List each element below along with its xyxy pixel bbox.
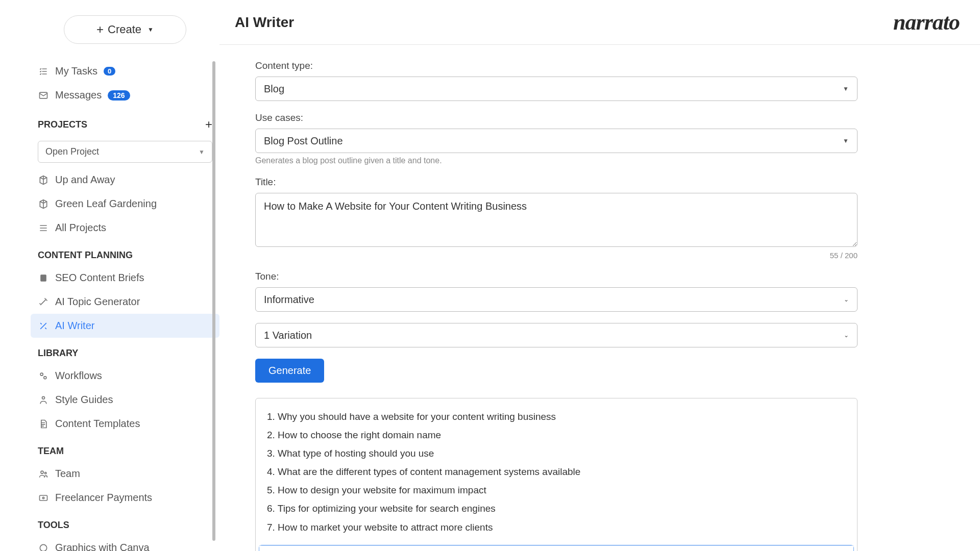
- main: AI Writer narrato Content type: Blog ▼ U…: [219, 0, 980, 551]
- badge: 0: [104, 67, 115, 76]
- sidebar-item-freelancer-payments[interactable]: Freelancer Payments: [31, 486, 219, 510]
- sidebar-item-label: Graphics with Canva: [55, 542, 150, 551]
- select-value: Blog Post Outline: [264, 135, 343, 147]
- create-button[interactable]: + Create ▼: [64, 15, 186, 44]
- cube-icon: [38, 175, 49, 185]
- sidebar-item-ai-writer[interactable]: AI Writer: [31, 314, 219, 338]
- output-list: 1. Why you should have a website for you…: [256, 398, 857, 544]
- output-line: 5. How to design your website for maximu…: [267, 481, 846, 499]
- brand-logo: narrato: [893, 9, 960, 35]
- sidebar-item-project[interactable]: Up and Away: [31, 168, 219, 192]
- sidebar-item-label: SEO Content Briefs: [55, 272, 144, 284]
- output-line: 6. Tips for optimizing your website for …: [267, 499, 846, 518]
- sidebar-item-label: Messages: [55, 89, 102, 101]
- svg-point-5: [41, 471, 43, 473]
- variation-select[interactable]: 1 Variation ⌄: [255, 323, 857, 347]
- section-title: TOOLS: [38, 520, 69, 531]
- output-line: 7. How to market your website to attract…: [267, 518, 846, 537]
- sidebar-item-my-tasks[interactable]: My Tasks 0: [31, 59, 219, 83]
- sparkle-icon: [38, 321, 49, 331]
- output-line: 3. What type of hosting should you use: [267, 444, 846, 463]
- generate-button[interactable]: Generate: [255, 359, 324, 383]
- tone-select[interactable]: Informative ⌄: [255, 287, 857, 312]
- chevron-down-icon: ▼: [199, 148, 205, 156]
- svg-point-6: [45, 472, 46, 473]
- output-line: 1. Why you should have a website for you…: [267, 408, 846, 426]
- title-char-count: 55 / 200: [255, 251, 857, 260]
- section-title: PROJECTS: [38, 119, 87, 130]
- open-project-label: Open Project: [45, 146, 99, 157]
- add-project-button[interactable]: +: [205, 117, 212, 132]
- output-panel: 1. Why you should have a website for you…: [255, 398, 857, 551]
- chevron-down-icon: ▼: [148, 26, 154, 33]
- team-section-header: TEAM: [31, 436, 219, 462]
- sidebar-item-canva[interactable]: Graphics with Canva: [31, 536, 219, 551]
- badge: 126: [108, 90, 130, 101]
- content-planning-section-header: CONTENT PLANNING: [31, 240, 219, 266]
- select-value: Blog: [264, 83, 284, 95]
- open-project-dropdown[interactable]: Open Project ▼: [38, 141, 212, 163]
- canva-icon: [38, 543, 49, 552]
- sidebar-item-messages[interactable]: Messages 126: [31, 83, 219, 107]
- svg-point-4: [42, 396, 45, 399]
- envelope-icon: [38, 90, 49, 101]
- use-cases-label: Use cases:: [255, 112, 944, 123]
- use-cases-helper: Generates a blog post outline given a ti…: [255, 156, 944, 165]
- sidebar-item-label: Workflows: [55, 370, 102, 382]
- use-cases-select[interactable]: Blog Post Outline ▼: [255, 129, 857, 153]
- scrollbar[interactable]: [212, 61, 215, 541]
- gears-icon: [38, 371, 49, 381]
- svg-point-3: [44, 376, 46, 379]
- sidebar-item-label: My Tasks: [55, 65, 97, 77]
- svg-point-2: [40, 373, 43, 375]
- output-line: 2. How to choose the right domain name: [267, 426, 846, 444]
- svg-point-9: [40, 544, 46, 551]
- tone-label: Tone:: [255, 271, 944, 282]
- create-label: Create: [108, 23, 141, 36]
- select-value: 1 Variation: [264, 330, 312, 341]
- section-title: CONTENT PLANNING: [38, 250, 133, 261]
- content-area: Content type: Blog ▼ Use cases: Blog Pos…: [219, 45, 980, 551]
- sidebar-item-content-templates[interactable]: Content Templates: [31, 412, 219, 436]
- svg-rect-7: [40, 495, 47, 500]
- svg-rect-1: [40, 274, 46, 281]
- chevron-down-icon: ▼: [843, 85, 849, 92]
- sidebar-item-label: Style Guides: [55, 394, 113, 406]
- sidebar-item-label: Content Templates: [55, 418, 140, 430]
- cube-icon: [38, 199, 49, 209]
- copy-to-clipboard-button[interactable]: Copy to Clipboard: [259, 545, 853, 551]
- sidebar-item-label: Up and Away: [55, 174, 115, 186]
- payment-icon: [38, 493, 49, 503]
- main-header: AI Writer narrato: [219, 0, 980, 45]
- content-type-label: Content type:: [255, 60, 944, 71]
- sidebar-item-label: Freelancer Payments: [55, 492, 152, 504]
- title-input[interactable]: [255, 193, 857, 247]
- plus-icon: +: [96, 22, 104, 37]
- wand-icon: [38, 297, 49, 307]
- chevron-down-icon: ⌄: [844, 296, 849, 303]
- menu-icon: [38, 223, 49, 233]
- sidebar-item-style-guides[interactable]: Style Guides: [31, 388, 219, 412]
- checklist-icon: [38, 66, 49, 77]
- document-icon: [38, 419, 49, 429]
- sidebar-item-label: Team: [55, 468, 80, 480]
- select-value: Informative: [264, 294, 314, 306]
- content-type-select[interactable]: Blog ▼: [255, 77, 857, 101]
- sidebar-item-ai-topic-generator[interactable]: AI Topic Generator: [31, 290, 219, 314]
- sidebar-item-seo-briefs[interactable]: SEO Content Briefs: [31, 266, 219, 290]
- sidebar-item-label: All Projects: [55, 222, 106, 234]
- sidebar-item-label: AI Writer: [55, 320, 94, 332]
- sidebar-item-all-projects[interactable]: All Projects: [31, 216, 219, 240]
- sidebar-item-project[interactable]: Green Leaf Gardening: [31, 192, 219, 216]
- person-icon: [38, 395, 49, 405]
- people-icon: [38, 469, 49, 479]
- sidebar-item-workflows[interactable]: Workflows: [31, 364, 219, 388]
- library-section-header: LIBRARY: [31, 338, 219, 364]
- sidebar-item-label: AI Topic Generator: [55, 296, 140, 308]
- chevron-down-icon: ⌄: [844, 332, 849, 339]
- output-line: 4. What are the different types of conte…: [267, 463, 846, 481]
- sidebar-item-team[interactable]: Team: [31, 462, 219, 486]
- sidebar: + Create ▼ My Tasks 0 Messages 126 PROJE…: [0, 0, 219, 551]
- note-icon: [38, 273, 49, 283]
- sidebar-item-label: Green Leaf Gardening: [55, 198, 157, 210]
